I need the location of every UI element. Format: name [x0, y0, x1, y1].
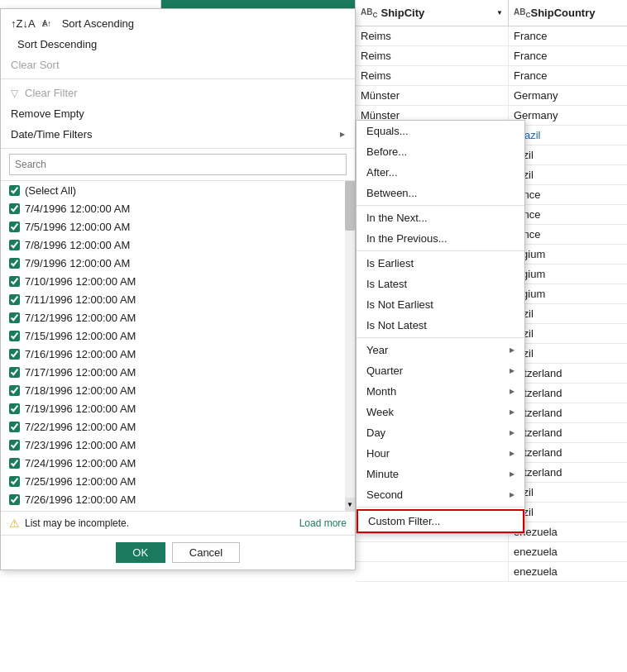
date-checkbox-13[interactable]	[9, 440, 20, 450]
date-item-8[interactable]: 7/16/1996 12:00:00 AM	[1, 345, 355, 363]
select-all-checkbox[interactable]	[9, 185, 20, 196]
date-item-10[interactable]: 7/18/1996 12:00:00 AM	[1, 381, 355, 399]
remove-empty-item[interactable]: Remove Empty	[1, 103, 355, 124]
select-all-label: (Select All)	[25, 184, 76, 197]
submenu-in-the-next[interactable]: In the Next...	[357, 207, 524, 228]
submenu-divider-1	[357, 205, 524, 206]
sort-ascending-item[interactable]: ↑Z↓A A ↑ Z Sort Ascending	[1, 12, 355, 34]
equals-label: Equals...	[366, 125, 409, 137]
date-checkbox-15[interactable]	[9, 476, 20, 487]
date-item-16[interactable]: 7/26/1996 12:00:00 AM	[1, 490, 355, 508]
date-item-9[interactable]: 7/17/1996 12:00:00 AM	[1, 363, 355, 381]
datetime-filters-label: Date/Time Filters	[11, 128, 92, 141]
date-checkbox-2[interactable]	[9, 240, 20, 250]
date-item-14[interactable]: 7/24/1996 12:00:00 AM	[1, 454, 355, 472]
date-item-3[interactable]: 7/9/1996 12:00:00 AM	[1, 254, 355, 272]
checkbox-list[interactable]: (Select All) 7/4/1996 12:00:00 AM7/5/199…	[1, 181, 355, 512]
date-checkbox-9[interactable]	[9, 367, 20, 378]
scrollbar-down-arrow[interactable]: ▼	[345, 498, 355, 511]
svg-text:↑: ↑	[47, 19, 51, 28]
cell-country-22: witzerland	[509, 463, 627, 482]
cell-country-11: elgium	[509, 245, 627, 264]
date-checkbox-16[interactable]	[9, 494, 20, 505]
clear-filter-item[interactable]: ▽ Clear Filter	[1, 83, 355, 103]
date-checkbox-10[interactable]	[9, 385, 20, 396]
date-item-11[interactable]: 7/19/1996 12:00:00 AM	[1, 399, 355, 417]
date-item-6[interactable]: 7/12/1996 12:00:00 AM	[1, 308, 355, 326]
date-item-5[interactable]: 7/11/1996 12:00:00 AM	[1, 290, 355, 308]
submenu-minute[interactable]: Minute	[357, 464, 524, 484]
cell-city-27	[356, 562, 509, 581]
date-checkbox-8[interactable]	[9, 349, 20, 360]
submenu-is-not-latest[interactable]: Is Not Latest	[357, 315, 524, 336]
date-label-5: 7/11/1996 12:00:00 AM	[25, 293, 136, 306]
date-checkbox-6[interactable]	[9, 312, 20, 323]
date-label-14: 7/24/1996 12:00:00 AM	[25, 457, 136, 469]
cell-country-7: razil	[509, 165, 627, 184]
cell-country-4: Germany	[509, 106, 627, 125]
abc-icon-city: ABC	[361, 7, 377, 19]
submenu-quarter[interactable]: Quarter	[357, 360, 524, 381]
clear-filter-label: Clear Filter	[25, 87, 78, 99]
date-label-2: 7/8/1996 12:00:00 AM	[25, 239, 130, 251]
date-item-13[interactable]: 7/23/1996 12:00:00 AM	[1, 436, 355, 454]
date-item-7[interactable]: 7/15/1996 12:00:00 AM	[1, 326, 355, 345]
quarter-label: Quarter	[366, 365, 403, 377]
submenu-month[interactable]: Month	[357, 381, 524, 402]
submenu-after[interactable]: After...	[357, 162, 524, 183]
date-checkbox-14[interactable]	[9, 458, 20, 469]
shipcity-dropdown-arrow[interactable]: ▼	[496, 9, 503, 17]
is-earliest-label: Is Earliest	[366, 257, 414, 269]
cell-city-26	[356, 542, 509, 561]
date-checkbox-3[interactable]	[9, 258, 20, 269]
submenu-custom-filter[interactable]: Custom Filter...	[357, 509, 524, 533]
date-checkbox-7[interactable]	[9, 331, 20, 341]
is-not-earliest-label: Is Not Earliest	[366, 298, 433, 311]
date-item-15[interactable]: 7/25/1996 12:00:00 AM	[1, 472, 355, 490]
in-the-next-label: In the Next...	[366, 212, 428, 224]
clear-sort-item[interactable]: Clear Sort	[1, 55, 355, 75]
scrollbar-thumb[interactable]	[345, 181, 355, 231]
submenu-is-not-earliest[interactable]: Is Not Earliest	[357, 294, 524, 315]
submenu-day[interactable]: Day	[357, 422, 524, 443]
date-item-0[interactable]: 7/4/1996 12:00:00 AM	[1, 199, 355, 217]
datetime-filters-item[interactable]: Date/Time Filters ▶	[1, 124, 355, 145]
table-row: ReimsFrance	[356, 26, 627, 46]
date-item-2[interactable]: 7/8/1996 12:00:00 AM	[1, 236, 355, 254]
date-checkbox-12[interactable]	[9, 422, 20, 432]
submenu-divider-4	[357, 507, 524, 508]
cell-country-25: enezuela	[509, 522, 627, 541]
date-checkbox-1[interactable]	[9, 222, 20, 232]
date-checkbox-11[interactable]	[9, 403, 20, 414]
date-checkbox-0[interactable]	[9, 203, 20, 214]
submenu-equals[interactable]: Equals...	[357, 121, 524, 141]
date-checkbox-4[interactable]	[9, 276, 20, 287]
select-all-item[interactable]: (Select All)	[1, 181, 355, 199]
date-checkbox-5[interactable]	[9, 294, 20, 305]
between-label: Between...	[366, 187, 417, 199]
submenu-before[interactable]: Before...	[357, 141, 524, 162]
submenu-between[interactable]: Between...	[357, 183, 524, 203]
submenu-is-earliest[interactable]: Is Earliest	[357, 253, 524, 274]
submenu-second[interactable]: Second	[357, 484, 524, 505]
submenu-is-latest[interactable]: Is Latest	[357, 274, 524, 294]
date-item-12[interactable]: 7/22/1996 12:00:00 AM	[1, 417, 355, 436]
datetime-filters-arrow: ▶	[340, 131, 345, 138]
ok-button[interactable]: OK	[116, 542, 165, 563]
day-label: Day	[366, 427, 385, 439]
button-row: OK Cancel	[1, 536, 355, 570]
load-more-link[interactable]: Load more	[299, 517, 347, 529]
date-item-1[interactable]: 7/5/1996 12:00:00 AM	[1, 217, 355, 236]
cancel-button[interactable]: Cancel	[172, 542, 240, 563]
submenu-in-the-previous[interactable]: In the Previous...	[357, 228, 524, 249]
sort-section: ↑Z↓A A ↑ Z Sort Ascending Sort Descendin…	[1, 9, 355, 79]
custom-filter-label: Custom Filter...	[368, 515, 440, 527]
scrollbar-track[interactable]: ▲ ▼	[345, 181, 355, 511]
sort-descending-item[interactable]: Sort Descending	[1, 34, 355, 55]
date-item-4[interactable]: 7/10/1996 12:00:00 AM	[1, 272, 355, 290]
cell-country-23: razil	[509, 483, 627, 502]
submenu-year[interactable]: Year	[357, 340, 524, 360]
submenu-week[interactable]: Week	[357, 402, 524, 422]
submenu-hour[interactable]: Hour	[357, 443, 524, 464]
search-input[interactable]	[9, 154, 347, 175]
